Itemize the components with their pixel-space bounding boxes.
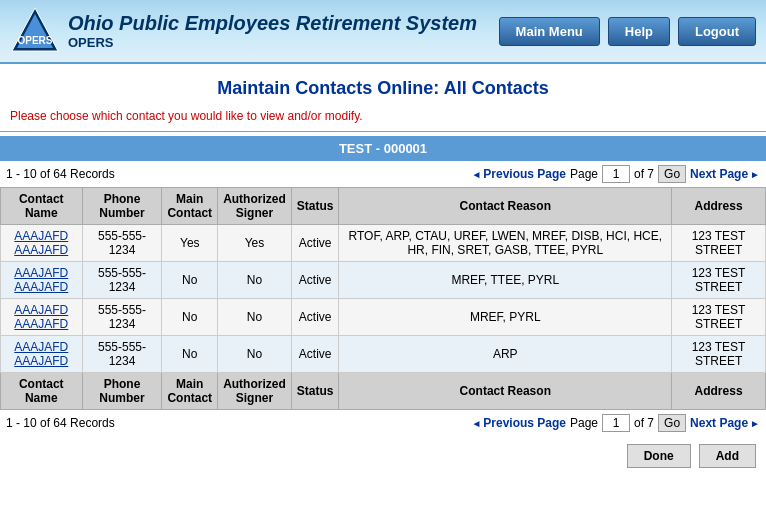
table-cell: No — [162, 336, 218, 373]
of-label-bottom: of 7 — [634, 416, 654, 430]
table-row: AAAJAFDAAAJAFD555-555-1234NoNoActiveMREF… — [1, 262, 766, 299]
table-cell: 123 TEST STREET — [672, 262, 766, 299]
opers-label: OPERS — [68, 35, 477, 50]
pagination-top: 1 - 10 of 64 Records Previous Page Page … — [0, 161, 766, 187]
col-contact-name-footer: Contact Name — [1, 373, 83, 410]
cell-contact-name: AAAJAFDAAAJAFD — [1, 262, 83, 299]
go-button-bottom[interactable]: Go — [658, 414, 686, 432]
header: OPERS Ohio Public Employees Retirement S… — [0, 0, 766, 64]
table-cell: No — [218, 262, 292, 299]
table-header-row: Contact Name Phone Number MainContact Au… — [1, 188, 766, 225]
records-count-top: 1 - 10 of 64 Records — [6, 167, 471, 181]
next-label-top: Next Page — [690, 167, 748, 181]
table-cell: Active — [291, 299, 339, 336]
contact-name-link[interactable]: AAAJAFD — [7, 243, 76, 257]
cell-contact-name: AAAJAFDAAAJAFD — [1, 225, 83, 262]
cell-contact-name: AAAJAFDAAAJAFD — [1, 299, 83, 336]
col-main-contact-footer: MainContact — [162, 373, 218, 410]
prev-page-button-bottom[interactable]: Previous Page — [471, 416, 566, 430]
table-footer-row: Contact Name Phone Number MainContact Au… — [1, 373, 766, 410]
col-phone-footer: Phone Number — [82, 373, 162, 410]
col-authorized-signer: AuthorizedSigner — [218, 188, 292, 225]
col-contact-reason-footer: Contact Reason — [339, 373, 672, 410]
prev-label-bottom: Previous Page — [483, 416, 566, 430]
table-row: AAAJAFDAAAJAFD555-555-1234NoNoActiveMREF… — [1, 299, 766, 336]
table-cell: 123 TEST STREET — [672, 225, 766, 262]
contact-name-link[interactable]: AAAJAFD — [7, 280, 76, 294]
go-button-top[interactable]: Go — [658, 165, 686, 183]
table-cell: 123 TEST STREET — [672, 336, 766, 373]
col-authorized-signer-footer: AuthorizedSigner — [218, 373, 292, 410]
section-header: TEST - 000001 — [0, 136, 766, 161]
prev-label-top: Previous Page — [483, 167, 566, 181]
svg-text:OPERS: OPERS — [17, 35, 52, 46]
table-cell: MREF, PYRL — [339, 299, 672, 336]
col-phone: Phone Number — [82, 188, 162, 225]
prev-page-button-top[interactable]: Previous Page — [471, 167, 566, 181]
page-title-area: Maintain Contacts Online: All Contacts — [0, 64, 766, 105]
org-name: Ohio Public Employees Retirement System — [68, 12, 477, 35]
contact-name-link[interactable]: AAAJAFD — [7, 229, 76, 243]
opers-logo: OPERS — [10, 6, 60, 56]
contact-name-link[interactable]: AAAJAFD — [7, 317, 76, 331]
done-button[interactable]: Done — [627, 444, 691, 468]
records-count-bottom: 1 - 10 of 64 Records — [6, 416, 471, 430]
contacts-table: Contact Name Phone Number MainContact Au… — [0, 187, 766, 410]
next-label-bottom: Next Page — [690, 416, 748, 430]
col-address-footer: Address — [672, 373, 766, 410]
of-label-top: of 7 — [634, 167, 654, 181]
col-status-footer: Status — [291, 373, 339, 410]
table-cell: ARP — [339, 336, 672, 373]
main-menu-button[interactable]: Main Menu — [499, 17, 600, 46]
table-cell: 555-555-1234 — [82, 262, 162, 299]
col-contact-name: Contact Name — [1, 188, 83, 225]
prev-arrow-icon — [471, 167, 481, 181]
next-arrow-icon — [750, 167, 760, 181]
table-row: AAAJAFDAAAJAFD555-555-1234YesYesActiveRT… — [1, 225, 766, 262]
table-cell: Yes — [162, 225, 218, 262]
prev-arrow-icon-bottom — [471, 416, 481, 430]
col-status: Status — [291, 188, 339, 225]
page-title: Maintain Contacts Online: All Contacts — [10, 78, 756, 99]
table-row: AAAJAFDAAAJAFD555-555-1234NoNoActiveARP1… — [1, 336, 766, 373]
table-cell: No — [162, 262, 218, 299]
table-cell: MREF, TTEE, PYRL — [339, 262, 672, 299]
contact-name-link[interactable]: AAAJAFD — [7, 340, 76, 354]
table-cell: 555-555-1234 — [82, 299, 162, 336]
table-cell: 555-555-1234 — [82, 225, 162, 262]
col-contact-reason: Contact Reason — [339, 188, 672, 225]
col-main-contact: MainContact — [162, 188, 218, 225]
help-button[interactable]: Help — [608, 17, 670, 46]
contact-name-link[interactable]: AAAJAFD — [7, 266, 76, 280]
next-arrow-icon-bottom — [750, 416, 760, 430]
table-cell: 555-555-1234 — [82, 336, 162, 373]
table-cell: 123 TEST STREET — [672, 299, 766, 336]
table-cell: No — [162, 299, 218, 336]
next-page-button-top[interactable]: Next Page — [690, 167, 760, 181]
cell-contact-name: AAAJAFDAAAJAFD — [1, 336, 83, 373]
table-cell: Active — [291, 336, 339, 373]
table-cell: No — [218, 299, 292, 336]
table-cell: RTOF, ARP, CTAU, UREF, LWEN, MREF, DISB,… — [339, 225, 672, 262]
page-label-top: Page — [570, 167, 598, 181]
logout-button[interactable]: Logout — [678, 17, 756, 46]
nav-buttons: Main Menu Help Logout — [499, 17, 756, 46]
table-cell: Yes — [218, 225, 292, 262]
col-address: Address — [672, 188, 766, 225]
bottom-buttons: Done Add — [0, 436, 766, 476]
contact-name-link[interactable]: AAAJAFD — [7, 354, 76, 368]
page-input-bottom[interactable] — [602, 414, 630, 432]
page-label-bottom: Page — [570, 416, 598, 430]
divider — [0, 131, 766, 132]
page-input-top[interactable] — [602, 165, 630, 183]
table-cell: Active — [291, 262, 339, 299]
contact-name-link[interactable]: AAAJAFD — [7, 303, 76, 317]
pagination-controls-top: Previous Page Page of 7 Go Next Page — [471, 165, 760, 183]
logo-area: OPERS Ohio Public Employees Retirement S… — [10, 6, 499, 56]
add-button[interactable]: Add — [699, 444, 756, 468]
next-page-button-bottom[interactable]: Next Page — [690, 416, 760, 430]
pagination-bottom: 1 - 10 of 64 Records Previous Page Page … — [0, 410, 766, 436]
instruction-text: Please choose which contact you would li… — [0, 105, 766, 131]
pagination-controls-bottom: Previous Page Page of 7 Go Next Page — [471, 414, 760, 432]
table-cell: Active — [291, 225, 339, 262]
